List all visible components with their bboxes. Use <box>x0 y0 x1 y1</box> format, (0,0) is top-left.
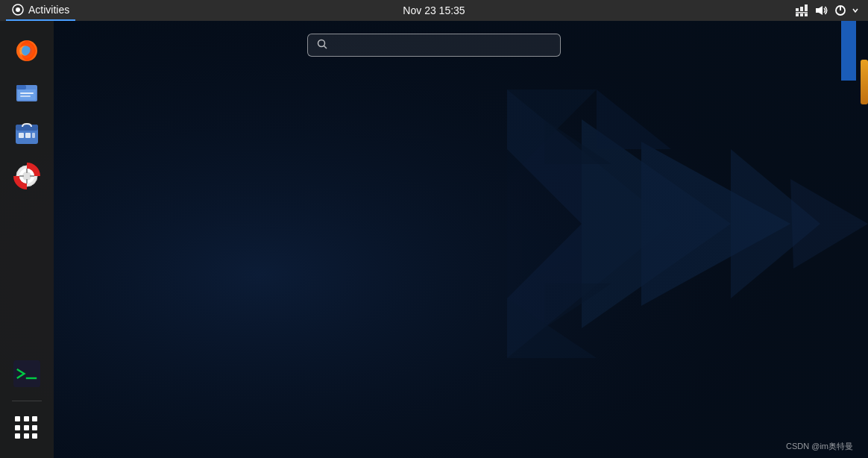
apps-dot <box>32 425 37 430</box>
svg-rect-33 <box>18 90 36 100</box>
dock-item-software[interactable] <box>9 116 45 152</box>
watermark: CSDN @im奥特曼 <box>786 441 853 452</box>
svg-rect-17 <box>800 7 803 11</box>
svg-marker-23 <box>816 6 823 15</box>
search-box <box>307 34 561 57</box>
dock-separator <box>12 401 42 401</box>
svg-rect-20 <box>796 13 799 16</box>
volume-icon[interactable] <box>814 4 828 17</box>
apps-dot <box>24 425 29 430</box>
apps-dot <box>32 416 37 421</box>
activities-button[interactable]: Activities <box>6 0 75 21</box>
power-icon <box>834 4 847 17</box>
dock-item-show-apps[interactable] <box>9 410 45 446</box>
scrollbar-thumb[interactable] <box>861 60 868 104</box>
svg-rect-19 <box>796 12 808 13</box>
svg-rect-16 <box>796 8 799 11</box>
topbar-right <box>795 4 862 17</box>
svg-rect-22 <box>805 13 808 16</box>
background-svg <box>0 0 868 458</box>
desktop-background <box>0 0 868 458</box>
apps-dot <box>24 433 29 439</box>
svg-rect-40 <box>32 133 35 138</box>
dock-item-help[interactable] <box>9 158 45 194</box>
svg-rect-34 <box>20 92 34 94</box>
apps-dot <box>32 433 37 439</box>
dock <box>0 21 54 458</box>
dock-item-terminal[interactable] <box>9 356 45 392</box>
system-menu-button[interactable] <box>834 4 862 17</box>
svg-rect-13 <box>0 0 868 458</box>
svg-rect-37 <box>16 125 38 131</box>
svg-line-27 <box>324 46 327 49</box>
chevron-down-icon <box>849 4 862 17</box>
search-icon <box>317 39 327 51</box>
svg-rect-21 <box>800 13 803 16</box>
svg-rect-32 <box>16 85 26 90</box>
svg-rect-50 <box>13 360 40 387</box>
dock-item-firefox[interactable] <box>9 33 45 69</box>
search-container <box>307 34 561 57</box>
svg-rect-35 <box>20 95 31 97</box>
dock-item-files[interactable] <box>9 75 45 110</box>
apps-dot <box>15 416 20 421</box>
topbar-left: Activities <box>6 0 75 21</box>
svg-rect-38 <box>19 133 24 138</box>
topbar: Activities Nov 23 15:35 <box>0 0 868 21</box>
svg-point-15 <box>16 7 20 12</box>
svg-rect-39 <box>25 133 31 138</box>
svg-point-26 <box>318 40 325 47</box>
window-thumbnail[interactable] <box>841 21 856 81</box>
activities-label: Activities <box>28 4 69 16</box>
gnome-icon <box>12 4 24 16</box>
apps-dot <box>15 425 20 430</box>
search-input[interactable] <box>333 39 551 51</box>
apps-dot <box>24 416 29 421</box>
svg-rect-18 <box>805 4 808 11</box>
network-icon[interactable] <box>795 4 808 17</box>
apps-dot <box>15 433 20 439</box>
topbar-datetime[interactable]: Nov 23 15:35 <box>403 4 465 16</box>
